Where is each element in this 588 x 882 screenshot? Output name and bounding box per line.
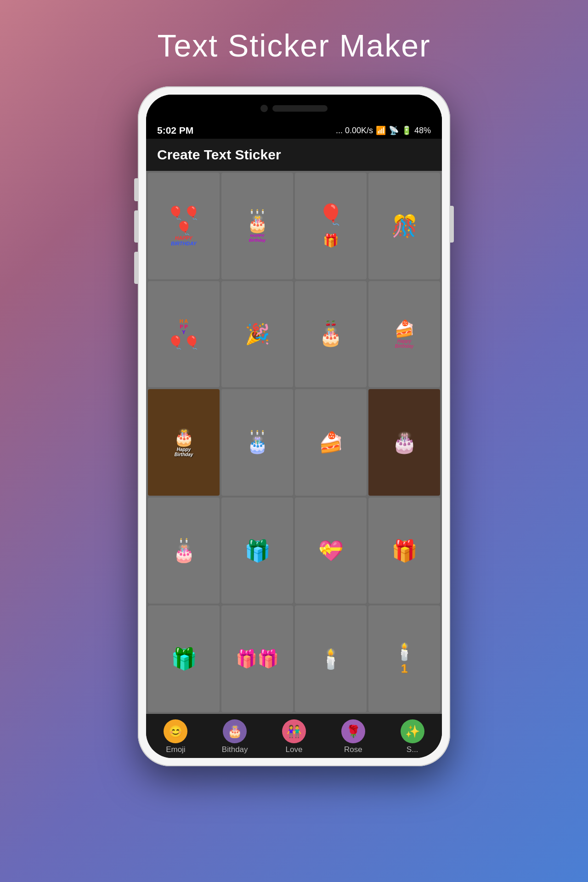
front-camera: [260, 105, 268, 112]
nav-item-love[interactable]: 👫 Love: [265, 719, 324, 754]
phone-screen: 5:02 PM ... 0.00K/s 📶 📡 🔋 48% Create Tex…: [146, 95, 442, 758]
sticker-cake-hb[interactable]: 🕯️🕯️🕯️ 🎂 HAPPYBirthday: [221, 173, 293, 279]
sticker-balloons-vertical[interactable]: 🎉: [221, 281, 293, 388]
phone-speaker: [272, 105, 328, 112]
sticker-teal-gift[interactable]: 🎁: [221, 498, 293, 604]
phone-notch: [146, 95, 442, 122]
nav-rose-icon: 🌹: [341, 719, 365, 743]
phone-mockup: 5:02 PM ... 0.00K/s 📶 📡 🔋 48% Create Tex…: [138, 86, 450, 766]
sticker-hb-letter-balloons[interactable]: H A P P Y 🎈🎈: [148, 281, 220, 388]
nav-rose-label: Rose: [344, 745, 362, 754]
sticker-pink-cake[interactable]: 🕯️🕯️ 🎂: [148, 498, 220, 604]
sticker-heart-gift[interactable]: 💝: [295, 498, 367, 604]
sticker-pink-gifts[interactable]: 🎁🎁: [221, 605, 293, 712]
nav-emoji-icon: 😊: [164, 719, 187, 743]
sticker-hb-balloons[interactable]: 🎈🎈🎈 HAPPY BIRTHDAY: [148, 173, 220, 279]
sticker-egg-candle[interactable]: 🕯️: [295, 605, 367, 712]
sticker-num-candle[interactable]: 🕯️ 1: [368, 605, 440, 712]
nav-item-emoji[interactable]: 😊 Emoji: [146, 719, 205, 754]
app-title: Create Text Sticker: [157, 147, 281, 162]
sticker-teal-cake[interactable]: 🍰: [295, 389, 367, 496]
sticker-cake-tier[interactable]: 🍒🍒 🎂: [295, 281, 367, 388]
page-title: Text Sticker Maker: [157, 28, 430, 63]
app-header: Create Text Sticker: [146, 139, 442, 171]
sticker-balloons-confetti[interactable]: 🎊: [368, 173, 440, 279]
nav-item-more[interactable]: ✨ S...: [383, 719, 442, 754]
bottom-nav: 😊 Emoji 🎂 Bithday 👫 Love 🌹 Ro: [146, 714, 442, 758]
battery-icon: 🔋: [401, 125, 412, 136]
status-network: ... 0.00K/s: [336, 126, 373, 136]
nav-love-icon: 👫: [282, 719, 306, 743]
silent-button: [134, 252, 138, 284]
nav-emoji-label: Emoji: [166, 745, 186, 754]
power-button: [450, 206, 454, 243]
nav-birthday-label: Bithday: [222, 745, 248, 754]
sticker-heart-cake[interactable]: 🍰 HappyBirthday: [368, 281, 440, 388]
sticker-balloons-gift[interactable]: 🎈🎁: [295, 173, 367, 279]
volume-up-button: [134, 178, 138, 201]
wifi-icon: 📶: [376, 125, 386, 136]
nav-more-icon: ✨: [401, 719, 424, 743]
status-right: ... 0.00K/s 📶 📡 🔋 48%: [336, 125, 431, 136]
sticker-red-gift[interactable]: 🎁: [368, 498, 440, 604]
sticker-blue-cake[interactable]: 🕯️🕯️🕯️ 🎂: [221, 389, 293, 496]
status-time: 5:02 PM: [157, 125, 193, 136]
nav-more-label: S...: [407, 745, 418, 754]
sticker-grid: 🎈🎈🎈 HAPPY BIRTHDAY 🕯️🕯️🕯️ 🎂 HAPPYBirthda…: [146, 171, 442, 714]
sticker-choc-slice[interactable]: 🎂: [368, 389, 440, 496]
nav-love-label: Love: [286, 745, 303, 754]
signal-icon: 📡: [389, 125, 399, 136]
nav-item-rose[interactable]: 🌹 Rose: [323, 719, 383, 754]
nav-item-birthday[interactable]: 🎂 Bithday: [205, 719, 265, 754]
volume-down-button: [134, 210, 138, 243]
sticker-green-gift[interactable]: 🎁: [148, 605, 220, 712]
status-bar: 5:02 PM ... 0.00K/s 📶 📡 🔋 48%: [146, 122, 442, 139]
nav-birthday-icon: 🎂: [223, 719, 247, 743]
battery-percent: 48%: [414, 126, 431, 136]
sticker-choc-cake[interactable]: 🎂 HappyBirthday: [148, 389, 220, 496]
